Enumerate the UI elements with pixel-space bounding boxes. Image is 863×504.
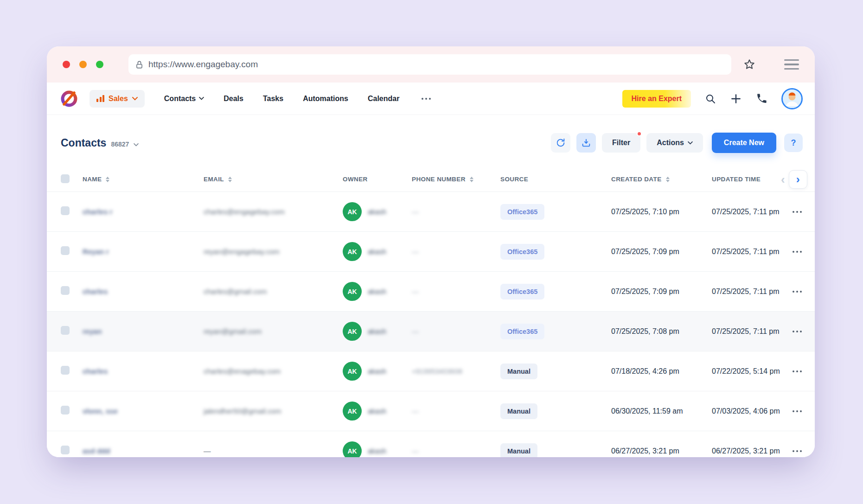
column-header-name[interactable]: NAME	[83, 176, 204, 183]
bar-chart-icon	[96, 95, 104, 102]
updated-time: 06/27/2025, 3:21 pm	[712, 447, 789, 455]
column-header-owner[interactable]: OWNER	[343, 176, 412, 183]
source-badge: Office365	[500, 244, 544, 260]
row-checkbox[interactable]	[61, 286, 70, 295]
browser-window: https://www.engagebay.com Sales Contacts…	[47, 46, 815, 457]
nav-item-label: Automations	[303, 95, 348, 103]
nav-more-icon[interactable]	[419, 95, 434, 102]
create-new-button[interactable]: Create New	[712, 133, 776, 153]
column-header-updated[interactable]: UPDATED TIME ‹	[712, 173, 789, 185]
row-checkbox[interactable]	[61, 326, 70, 335]
column-header-email[interactable]: EMAIL	[204, 176, 343, 183]
owner-avatar: AK	[343, 242, 362, 261]
contact-phone: —	[412, 327, 500, 335]
updated-time: 07/25/2025, 7:11 pm	[712, 208, 789, 216]
contact-phone: —	[412, 248, 500, 255]
sort-icon[interactable]	[106, 177, 109, 182]
contact-owner: AK akash	[343, 441, 412, 457]
nav-item-calendar[interactable]: Calendar	[368, 95, 399, 103]
row-checkbox[interactable]	[61, 366, 70, 375]
nav-item-automations[interactable]: Automations	[303, 95, 348, 103]
refresh-button[interactable]	[551, 133, 570, 153]
actions-dropdown-button[interactable]: Actions	[646, 133, 703, 153]
nav-item-deals[interactable]: Deals	[224, 95, 243, 103]
close-window-button[interactable]	[63, 61, 70, 68]
contact-source: Office365	[500, 204, 611, 220]
nav-item-label: Calendar	[368, 95, 399, 103]
filter-button[interactable]: Filter	[602, 133, 640, 153]
source-badge: Manual	[500, 403, 537, 419]
pagination-next-button[interactable]: ›	[789, 170, 807, 189]
contact-owner: AK akash	[343, 362, 412, 381]
page-title: Contacts	[61, 137, 106, 149]
browser-menu-icon[interactable]	[784, 59, 799, 70]
contact-name[interactable]: charles	[83, 287, 204, 296]
window-controls	[63, 61, 103, 68]
help-button[interactable]: ?	[784, 134, 803, 152]
nav-item-contacts[interactable]: Contacts	[164, 95, 204, 103]
row-checkbox[interactable]	[61, 246, 70, 255]
sort-icon[interactable]	[470, 177, 473, 182]
contacts-count-dropdown[interactable]: Contacts 86827	[61, 137, 139, 149]
table-row[interactable]: charles r charles@engagebay.com AK akash…	[47, 192, 815, 232]
column-header-phone[interactable]: PHONE NUMBER	[412, 176, 500, 183]
row-checkbox[interactable]	[61, 446, 70, 454]
table-row[interactable]: vlonn, sse jalendher50@gmail.com AK akas…	[47, 391, 815, 431]
table-row[interactable]: charles charles@enagebay.com AK akash +9…	[47, 351, 815, 391]
contact-name[interactable]: charles	[83, 367, 204, 376]
created-date: 06/30/2025, 11:59 am	[611, 407, 712, 415]
search-icon[interactable]	[705, 93, 716, 104]
row-checkbox[interactable]	[61, 206, 70, 215]
row-actions-menu-icon[interactable]	[791, 207, 804, 217]
app-switcher-sales[interactable]: Sales	[89, 90, 145, 108]
contact-owner: AK akash	[343, 202, 412, 221]
sort-icon[interactable]	[666, 177, 670, 182]
row-actions-menu-icon[interactable]	[791, 327, 804, 336]
column-label: SOURCE	[500, 176, 528, 183]
row-actions-menu-icon[interactable]	[791, 287, 804, 296]
contact-name[interactable]: Reyan r	[83, 248, 204, 256]
sort-icon[interactable]	[228, 177, 232, 182]
filter-label: Filter	[612, 139, 630, 147]
call-icon[interactable]	[756, 93, 767, 104]
hire-expert-button[interactable]: Hire an Expert	[622, 90, 691, 108]
updated-time: 07/25/2025, 7:11 pm	[712, 287, 789, 296]
add-icon[interactable]	[730, 93, 742, 105]
bookmark-star-icon[interactable]	[743, 58, 755, 70]
table-row[interactable]: reyan reyan@gmail.com AK akash — Office3…	[47, 312, 815, 351]
table-row[interactable]: asd ddd — AK akash — Manual 06/27/2025, …	[47, 431, 815, 457]
row-checkbox[interactable]	[61, 406, 70, 415]
user-avatar[interactable]	[781, 88, 803, 109]
source-badge: Manual	[500, 443, 537, 458]
contacts-page: Contacts 86827 Filter Actions	[47, 115, 815, 457]
table-row[interactable]: charles charles@gmail.com AK akash — Off…	[47, 272, 815, 312]
contact-name[interactable]: charles r	[83, 208, 204, 216]
contact-name[interactable]: vlonn, sse	[83, 407, 204, 415]
column-header-created[interactable]: CREATED DATE	[611, 176, 712, 183]
row-actions-menu-icon[interactable]	[791, 407, 804, 416]
contact-email: charles@enagebay.com	[204, 367, 343, 376]
contact-phone: —	[412, 287, 500, 295]
maximize-window-button[interactable]	[96, 61, 103, 68]
table-row[interactable]: Reyan r reyan@engagebay.com AK akash — O…	[47, 232, 815, 272]
engagebay-logo[interactable]	[60, 89, 78, 108]
nav-item-tasks[interactable]: Tasks	[263, 95, 283, 103]
owner-avatar: AK	[343, 202, 362, 221]
owner-name: akash	[368, 367, 386, 375]
column-header-source[interactable]: SOURCE	[500, 176, 611, 183]
row-actions-menu-icon[interactable]	[791, 447, 804, 456]
column-label: UPDATED TIME	[712, 176, 761, 183]
created-date: 07/18/2025, 4:26 pm	[611, 367, 712, 376]
import-export-button[interactable]	[576, 133, 596, 153]
contact-name[interactable]: reyan	[83, 327, 204, 336]
select-all-checkbox[interactable]	[61, 174, 70, 183]
owner-name: akash	[368, 447, 386, 455]
owner-avatar: AK	[343, 402, 362, 421]
row-actions-menu-icon[interactable]	[791, 367, 804, 376]
pagination-prev-icon[interactable]: ‹	[781, 173, 789, 185]
column-label: PHONE NUMBER	[412, 176, 466, 183]
contact-name[interactable]: asd ddd	[83, 447, 204, 455]
address-bar[interactable]: https://www.engagebay.com	[128, 54, 731, 75]
minimize-window-button[interactable]	[79, 61, 87, 68]
row-actions-menu-icon[interactable]	[791, 247, 804, 256]
